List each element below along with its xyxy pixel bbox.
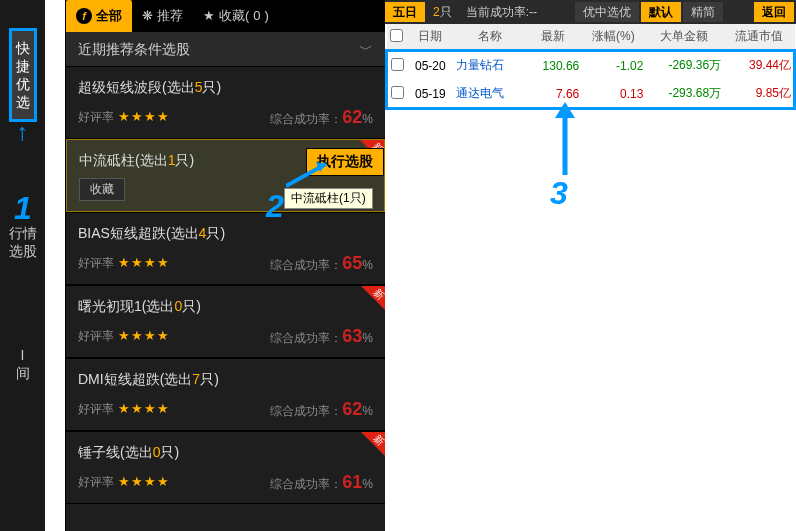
cell-cap: 39.44亿 xyxy=(723,51,794,80)
cell-big: -293.68万 xyxy=(645,80,723,109)
cell-big: -269.36万 xyxy=(645,51,723,80)
col-date[interactable]: 日期 xyxy=(407,24,455,51)
tab-favorites[interactable]: ★ 收藏(0) xyxy=(193,0,279,32)
arrow-2-icon xyxy=(286,158,336,188)
table-row[interactable]: 05-20 力量钻石 130.66 -1.02 -269.36万 39.44亿 xyxy=(387,51,795,80)
sparkle-icon: ❋ xyxy=(142,0,153,32)
arrow-3-icon xyxy=(535,100,595,180)
tab-recommend-label: 推荐 xyxy=(157,0,183,32)
new-ribbon-icon xyxy=(361,286,385,310)
strategy-title: 锤子线(选出0只) xyxy=(78,444,373,462)
cell-date: 05-20 xyxy=(407,51,455,80)
tab-recommend[interactable]: ❋ 推荐 xyxy=(132,0,193,32)
strategy-meta: 好评率★★★★ 综合成功率：62% xyxy=(78,399,373,420)
btn-back[interactable]: 返回 xyxy=(754,2,794,22)
sub-header-label: 近期推荐条件选股 xyxy=(78,41,190,57)
chevron-down-icon: ﹀ xyxy=(359,32,373,66)
btn-five-day[interactable]: 五日 xyxy=(385,2,425,22)
vtab-i[interactable]: I 间 xyxy=(9,338,37,390)
cell-name[interactable]: 力量钻石 xyxy=(454,51,525,80)
row-checkbox[interactable] xyxy=(391,86,404,99)
star-icon: ★ xyxy=(203,0,215,32)
current-success: 当前成功率:-- xyxy=(460,4,543,21)
strategy-title: 超级短线波段(选出5只) xyxy=(78,79,373,97)
strategy-title: BIAS短线超跌(选出4只) xyxy=(78,225,373,243)
rating-stars: ★★★★ xyxy=(118,328,170,343)
strategy-item[interactable]: BIAS短线超跌(选出4只) 好评率★★★★ 综合成功率：65% xyxy=(66,212,385,285)
panel-tabs: f 全部 ❋ 推荐 ★ 收藏(0) xyxy=(66,0,385,32)
cell-chg: -1.02 xyxy=(581,51,645,80)
f-icon: f xyxy=(76,8,92,24)
table-header-row: 日期 名称 最新 涨幅(%) 大单金额 流通市值 xyxy=(387,24,795,51)
tooltip: 中流砥柱(1只) xyxy=(284,188,373,209)
tab-all[interactable]: f 全部 xyxy=(66,0,132,32)
rating-stars: ★★★★ xyxy=(118,255,170,270)
rating-stars: ★★★★ xyxy=(118,474,170,489)
col-big[interactable]: 大单金额 xyxy=(645,24,723,51)
btn-mode[interactable]: 优中选优 xyxy=(575,2,639,22)
vtab-quick-select-label: 快捷优选 xyxy=(16,40,30,110)
rating-stars: ★★★★ xyxy=(118,401,170,416)
result-panel: 五日 2只 当前成功率:-- 优中选优 默认 精简 返回 日期 名称 最新 涨幅… xyxy=(385,0,796,531)
btn-view-simple[interactable]: 精简 xyxy=(683,2,723,22)
left-gutter: 快捷优选 ↑ 1 行情选股 I 间 xyxy=(0,0,45,531)
cell-last: 130.66 xyxy=(525,51,581,80)
strategy-item[interactable]: 超级短线波段(选出5只) 好评率★★★★ 综合成功率：62% xyxy=(66,66,385,139)
tab-all-label: 全部 xyxy=(96,0,122,32)
vtab-market-select-label: 行情选股 xyxy=(9,225,37,259)
col-cap[interactable]: 流通市值 xyxy=(723,24,794,51)
btn-view-default[interactable]: 默认 xyxy=(641,2,681,22)
new-ribbon-icon xyxy=(361,432,385,456)
strategy-meta: 好评率★★★★ 综合成功率：62% xyxy=(78,107,373,128)
strategy-meta: 好评率★★★★ 综合成功率：65% xyxy=(78,253,373,274)
strategy-meta: 好评率★★★★ 综合成功率：63% xyxy=(78,326,373,347)
arrow-up-icon: ↑ xyxy=(0,118,45,146)
strategy-list: 超级短线波段(选出5只) 好评率★★★★ 综合成功率：62% 中流砥柱(选出1只… xyxy=(66,66,385,504)
strategy-panel: f 全部 ❋ 推荐 ★ 收藏(0) 近期推荐条件选股 ﹀ 超级短线波段(选出5只… xyxy=(65,0,385,531)
strategy-item[interactable]: 锤子线(选出0只) 好评率★★★★ 综合成功率：61% xyxy=(66,431,385,504)
favorite-button[interactable]: 收藏 xyxy=(79,178,125,201)
strategy-item[interactable]: 曙光初现1(选出0只) 好评率★★★★ 综合成功率：63% xyxy=(66,285,385,358)
rating-stars: ★★★★ xyxy=(118,109,170,124)
strategy-item[interactable]: DMI短线超跌(选出7只) 好评率★★★★ 综合成功率：62% xyxy=(66,358,385,431)
row-checkbox[interactable] xyxy=(391,58,404,71)
col-name[interactable]: 名称 xyxy=(454,24,525,51)
result-count: 2只 xyxy=(427,4,458,21)
result-toolbar: 五日 2只 当前成功率:-- 优中选优 默认 精简 返回 xyxy=(385,0,796,24)
col-chg[interactable]: 涨幅(%) xyxy=(581,24,645,51)
strategy-meta: 好评率★★★★ 综合成功率：61% xyxy=(78,472,373,493)
annotation-1: 1 xyxy=(14,190,32,227)
cell-name[interactable]: 通达电气 xyxy=(454,80,525,109)
checkbox-all[interactable] xyxy=(390,29,403,42)
annotation-3: 3 xyxy=(550,175,568,212)
annotation-2: 2 xyxy=(266,188,284,225)
sub-header[interactable]: 近期推荐条件选股 ﹀ xyxy=(66,32,385,66)
strategy-title: 曙光初现1(选出0只) xyxy=(78,298,373,316)
vtab-quick-select[interactable]: 快捷优选 xyxy=(9,28,37,122)
cell-cap: 9.85亿 xyxy=(723,80,794,109)
svg-marker-3 xyxy=(555,102,575,118)
cell-date: 05-19 xyxy=(407,80,455,109)
result-table: 日期 名称 最新 涨幅(%) 大单金额 流通市值 05-20 力量钻石 130.… xyxy=(385,24,796,110)
col-last[interactable]: 最新 xyxy=(525,24,581,51)
strategy-title: DMI短线超跌(选出7只) xyxy=(78,371,373,389)
